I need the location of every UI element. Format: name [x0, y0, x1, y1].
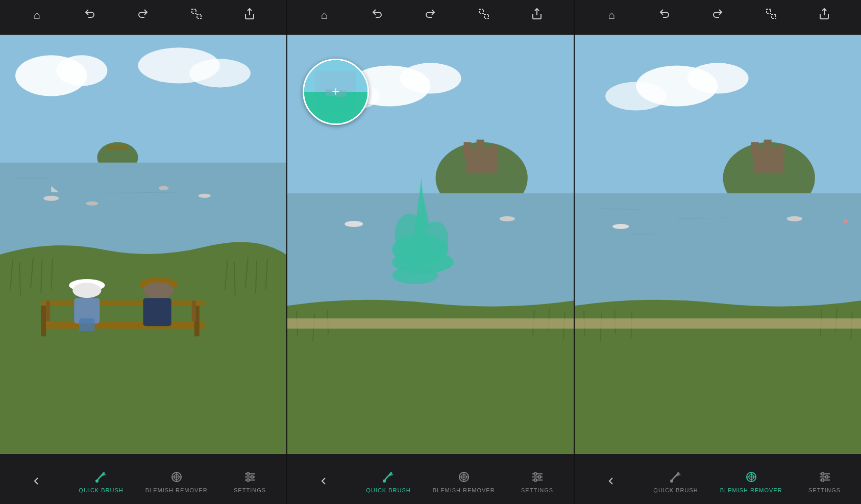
svg-rect-1 [197, 14, 201, 18]
undo-icon[interactable] [81, 8, 99, 23]
panel-2: ⌂ [287, 0, 575, 504]
svg-rect-40 [143, 298, 171, 326]
svg-point-42 [95, 480, 99, 483]
svg-point-17 [159, 186, 169, 190]
svg-point-50 [247, 473, 249, 475]
blemish-remover-tool-2[interactable]: BLEMISH REMOVER [433, 469, 495, 493]
crosshair-icon: + [332, 84, 340, 100]
svg-rect-74 [287, 318, 574, 329]
image-area-1 [0, 31, 286, 458]
back-button-1[interactable] [16, 473, 57, 489]
blemish-remover-label-1: BLEMISH REMOVER [145, 487, 208, 493]
blemish-remover-label-3: BLEMISH REMOVER [720, 487, 782, 493]
toolbar-1: ⌂ [0, 0, 286, 31]
redo-icon[interactable] [134, 8, 152, 23]
home-icon-3[interactable]: ⌂ [602, 9, 621, 22]
svg-rect-121 [575, 318, 861, 329]
home-icon[interactable]: ⌂ [28, 9, 46, 22]
magnifier-circle: + [303, 59, 369, 125]
settings-tool-1[interactable]: SETTINGS [230, 469, 270, 493]
svg-point-113 [844, 219, 848, 223]
svg-rect-64 [489, 145, 497, 159]
quick-brush-tool-1[interactable]: QUICK BRUSH [79, 469, 123, 493]
select-icon-3[interactable] [762, 8, 780, 23]
svg-point-130 [821, 473, 824, 475]
svg-rect-53 [479, 9, 483, 13]
svg-rect-62 [464, 142, 472, 158]
svg-point-94 [534, 479, 536, 482]
svg-rect-29 [41, 321, 205, 329]
undo-icon-2[interactable] [368, 8, 386, 23]
panel-3: ⌂ [575, 0, 861, 504]
settings-tool-3[interactable]: SETTINGS [804, 469, 845, 493]
share-icon[interactable] [240, 8, 259, 23]
svg-point-122 [670, 480, 673, 483]
svg-point-39 [143, 282, 174, 298]
svg-rect-63 [477, 140, 484, 158]
svg-rect-31 [41, 306, 46, 336]
quick-brush-label-3: QUICK BRUSH [653, 487, 698, 493]
svg-point-58 [400, 63, 461, 93]
svg-rect-106 [777, 145, 784, 159]
quick-brush-label-1: QUICK BRUSH [79, 487, 123, 493]
svg-point-84 [383, 480, 386, 483]
svg-rect-54 [484, 14, 488, 18]
svg-point-16 [86, 201, 98, 206]
select-icon-2[interactable] [475, 8, 493, 23]
svg-point-92 [534, 473, 536, 475]
redo-icon-2[interactable] [421, 8, 439, 23]
app-container: ⌂ [0, 0, 861, 504]
settings-tool-2[interactable]: SETTINGS [517, 469, 558, 493]
svg-rect-41 [79, 318, 94, 331]
svg-point-131 [825, 476, 828, 478]
blemish-remover-label-2: BLEMISH REMOVER [433, 487, 495, 493]
blemish-remover-tool-3[interactable]: BLEMISH REMOVER [720, 469, 782, 493]
back-button-2[interactable] [303, 473, 344, 489]
svg-rect-105 [764, 140, 772, 158]
svg-point-79 [395, 214, 425, 255]
svg-rect-9 [107, 145, 128, 150]
svg-point-51 [251, 476, 253, 478]
bottom-bar-3: QUICK BRUSH BLEMISH REMOVER [575, 458, 861, 504]
settings-label-2: SETTINGS [521, 487, 553, 493]
svg-point-132 [821, 479, 824, 482]
select-icon[interactable] [187, 8, 206, 23]
svg-point-101 [605, 82, 667, 110]
redo-icon-3[interactable] [708, 8, 727, 23]
svg-rect-96 [772, 14, 776, 18]
svg-rect-0 [192, 9, 196, 13]
svg-point-67 [500, 216, 515, 221]
blemish-remover-tool-1[interactable]: BLEMISH REMOVER [145, 469, 208, 493]
svg-point-80 [423, 221, 448, 257]
svg-point-112 [612, 224, 629, 229]
undo-icon-3[interactable] [655, 8, 674, 23]
svg-point-93 [538, 476, 540, 478]
image-area-2: + [287, 31, 574, 458]
svg-point-111 [787, 216, 802, 221]
svg-rect-33 [46, 300, 50, 321]
toolbar-3: ⌂ [575, 0, 861, 31]
panel-1: ⌂ [0, 0, 287, 504]
svg-point-13 [43, 196, 59, 201]
svg-rect-104 [751, 142, 759, 158]
svg-point-100 [687, 63, 748, 93]
svg-point-81 [392, 266, 438, 284]
home-icon-2[interactable]: ⌂ [315, 9, 333, 22]
svg-rect-95 [767, 9, 771, 13]
bottom-bar-2: QUICK BRUSH BLEMISH REMOVER [287, 458, 574, 504]
svg-rect-30 [41, 300, 205, 306]
svg-point-18 [199, 194, 211, 198]
share-icon-2[interactable] [528, 8, 546, 23]
svg-rect-34 [192, 300, 196, 321]
quick-brush-label-2: QUICK BRUSH [366, 487, 410, 493]
image-area-3 [575, 31, 861, 458]
share-icon-3[interactable] [815, 8, 833, 23]
back-button-3[interactable] [591, 473, 631, 489]
svg-point-66 [345, 221, 363, 227]
settings-label-1: SETTINGS [234, 487, 266, 493]
quick-brush-tool-2[interactable]: QUICK BRUSH [366, 469, 410, 493]
bottom-bar-1: QUICK BRUSH BLEMISH REMOVER [0, 458, 286, 504]
svg-point-52 [247, 479, 249, 482]
quick-brush-tool-3[interactable]: QUICK BRUSH [653, 469, 698, 493]
settings-label-3: SETTINGS [808, 487, 841, 493]
